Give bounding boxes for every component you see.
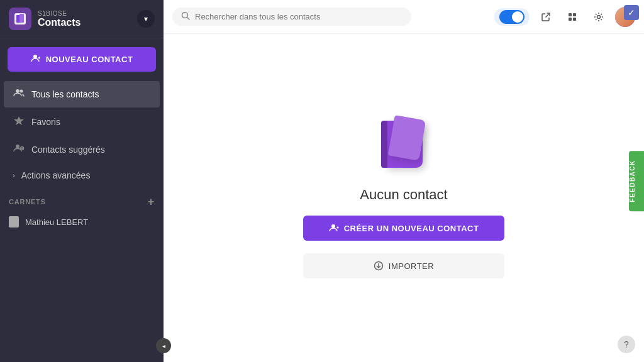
user-add-icon (31, 53, 41, 65)
feedback-label: FEEDBACK (629, 160, 636, 202)
help-icon: ? (624, 339, 629, 349)
empty-contacts-icon (379, 118, 429, 174)
help-button[interactable]: ? (618, 336, 635, 353)
empty-title: Aucun contact (360, 187, 447, 203)
sidebar-header: S1BIOSE Contacts ▾ (0, 0, 164, 38)
svg-point-20 (597, 15, 601, 18)
svg-line-14 (187, 18, 190, 20)
import-button[interactable]: IMPORTER (303, 253, 504, 278)
users-icon (13, 87, 25, 101)
chevron-down-icon: ▾ (144, 14, 148, 23)
sidebar-item-label-tous-contacts: Tous les contacts (31, 89, 99, 99)
svg-rect-17 (573, 13, 576, 16)
carnets-label: CARNETS (9, 198, 46, 206)
search-icon (181, 11, 190, 22)
sidebar-collapse-chevron[interactable]: ▾ (137, 10, 155, 28)
create-contact-label: CRÉER UN NOUVEAU CONTACT (344, 224, 479, 233)
topbar (164, 0, 644, 34)
svg-point-9 (16, 145, 19, 148)
external-link-button[interactable] (536, 7, 556, 27)
checkmark-badge: ✓ (624, 5, 639, 20)
search-box (172, 8, 411, 26)
toggle-knob (512, 11, 523, 23)
svg-marker-8 (14, 116, 24, 125)
app-logo (9, 8, 31, 30)
new-contact-button[interactable]: NOUVEAU CONTACT (8, 47, 156, 72)
svg-point-3 (33, 55, 37, 58)
toggle-inner (499, 10, 525, 24)
svg-rect-18 (569, 18, 572, 21)
app-subtitle: S1BIOSE (38, 10, 131, 17)
sidebar-toggle-button[interactable]: ◂ (156, 338, 171, 353)
svg-point-6 (16, 89, 19, 93)
svg-rect-2 (19, 14, 24, 23)
sidebar-item-contacts-suggeres[interactable]: Contacts suggérés (4, 136, 160, 163)
carnets-section-header: CARNETS + (0, 187, 164, 211)
topbar-actions (494, 7, 635, 27)
app-title: Contacts (38, 17, 131, 28)
svg-rect-16 (569, 13, 572, 16)
app-title-block: S1BIOSE Contacts (38, 10, 131, 28)
search-input[interactable] (195, 12, 402, 21)
settings-button[interactable] (589, 7, 609, 27)
check-icon: ✓ (628, 8, 635, 18)
sidebar-item-actions-avancees[interactable]: › Actions avancées (4, 164, 160, 187)
sidebar-item-label-favoris: Favoris (31, 117, 60, 127)
chevron-right-icon: › (13, 172, 15, 179)
add-carnet-button[interactable]: + (148, 196, 155, 207)
sidebar-item-favoris[interactable]: Favoris (4, 109, 160, 135)
sidebar-item-label-contacts-suggeres: Contacts suggérés (31, 145, 105, 155)
svg-rect-19 (573, 18, 576, 21)
sidebar: S1BIOSE Contacts ▾ NOUVEAU CONTACT (0, 0, 164, 362)
content-area: Aucun contact CRÉER UN NOUVEAU CONTACT I… (164, 34, 644, 362)
sidebar-item-label-actions-avancees: Actions avancées (21, 170, 91, 180)
user-suggest-icon (13, 143, 25, 156)
chevron-left-icon: ◂ (162, 343, 165, 349)
svg-line-15 (546, 13, 550, 18)
grid-button[interactable] (562, 7, 582, 27)
create-contact-button[interactable]: CRÉER UN NOUVEAU CONTACT (303, 216, 504, 241)
svg-point-21 (331, 224, 335, 228)
device-toggle[interactable] (494, 8, 530, 26)
new-contact-label: NOUVEAU CONTACT (46, 55, 133, 64)
import-label: IMPORTER (389, 261, 434, 271)
star-icon (13, 115, 25, 129)
carnet-item-label: Mathieu LEBERT (25, 217, 88, 227)
carnet-item-mathieu[interactable]: Mathieu LEBERT (0, 211, 164, 233)
sidebar-item-tous-contacts[interactable]: Tous les contacts (4, 81, 160, 107)
svg-point-7 (20, 90, 23, 93)
main-area: ✓ (164, 0, 644, 362)
notebook-icon (9, 216, 19, 228)
feedback-panel[interactable]: FEEDBACK (629, 151, 644, 211)
